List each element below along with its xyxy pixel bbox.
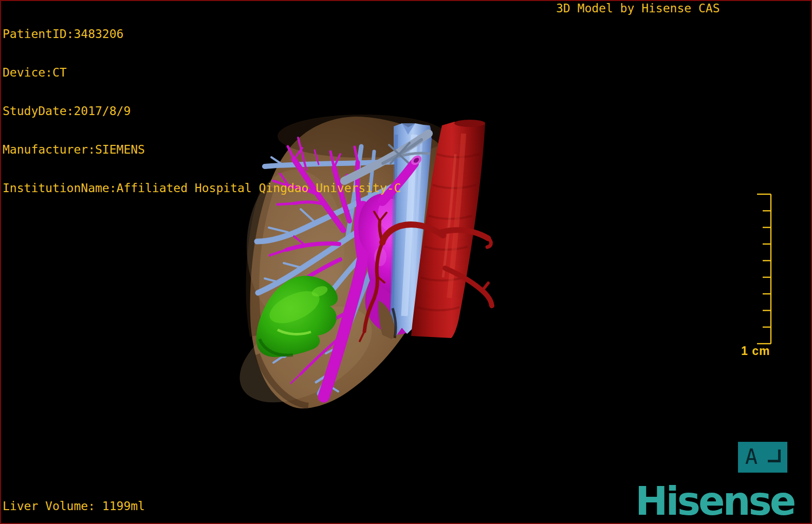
orientation-marker[interactable]: A <box>738 442 787 473</box>
scale-bar <box>757 194 771 344</box>
corner-bracket-icon <box>768 450 781 462</box>
liver-volume-label: Liver Volume: 1199ml <box>3 500 145 513</box>
watermark-title: 3D Model by Hisense CAS <box>556 2 720 15</box>
patient-id-line: PatientID:3483206 <box>3 28 401 41</box>
hisense-logo: Hisense <box>635 481 794 522</box>
patient-info: PatientID:3483206 Device:CT StudyDate:20… <box>3 2 401 208</box>
viewer-window: { "header": { "patient_info": [ "Patient… <box>0 0 812 524</box>
manufacturer-line: Manufacturer:SIEMENS <box>3 143 401 156</box>
device-line: Device:CT <box>3 66 401 79</box>
study-date-line: StudyDate:2017/8/9 <box>3 105 401 118</box>
scale-bar-label: 1 cm <box>741 344 770 358</box>
institution-line: InstitutionName:Affiliated Hospital Qing… <box>3 182 401 195</box>
orientation-letter: A <box>745 445 758 468</box>
